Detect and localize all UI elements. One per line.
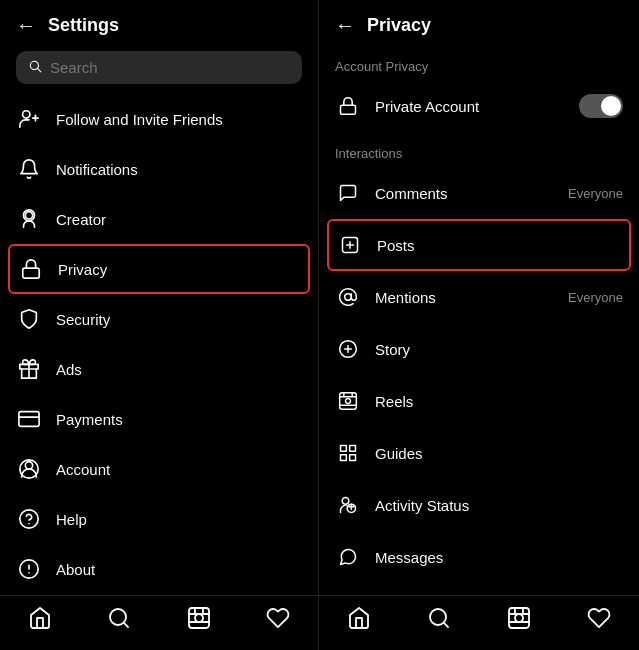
svg-point-36 (346, 399, 351, 404)
privacy-item-guides[interactable]: Guides (319, 427, 639, 479)
posts-icon (337, 232, 363, 258)
info-icon (16, 556, 42, 582)
private-account-label: Private Account (375, 98, 565, 115)
reels-nav-icon-left[interactable] (187, 606, 211, 636)
sidebar-item-creator[interactable]: Creator (0, 194, 318, 244)
lock-icon-privacy (18, 256, 44, 282)
toggle-knob (601, 96, 621, 116)
sidebar-item-follow[interactable]: Follow and Invite Friends (0, 94, 318, 144)
svg-rect-41 (341, 446, 347, 452)
help-icon (16, 506, 42, 532)
privacy-item-reels[interactable]: Reels (319, 375, 639, 427)
search-bar[interactable] (16, 51, 302, 84)
sidebar-item-account[interactable]: Account (0, 444, 318, 494)
search-nav-icon-right[interactable] (427, 606, 451, 636)
sidebar-item-theme[interactable]: Theme (0, 594, 318, 595)
right-header: ← Privacy (319, 0, 639, 45)
sidebar-item-label-creator: Creator (56, 211, 106, 228)
sidebar-item-payments[interactable]: Payments (0, 394, 318, 444)
comments-label: Comments (375, 185, 554, 202)
svg-rect-35 (340, 393, 357, 410)
svg-point-14 (20, 510, 38, 528)
reels-label: Reels (375, 393, 623, 410)
privacy-item-story[interactable]: Story (319, 323, 639, 375)
reels-icon (335, 388, 361, 414)
activity-status-icon (335, 492, 361, 518)
right-panel-title: Privacy (367, 15, 431, 36)
svg-point-55 (515, 614, 523, 622)
privacy-item-comments[interactable]: Comments Everyone (319, 167, 639, 219)
activity-status-label: Activity Status (375, 497, 623, 514)
svg-rect-10 (19, 412, 39, 427)
privacy-list: Account Privacy Private Account Interact… (319, 45, 639, 595)
reels-nav-icon-right[interactable] (507, 606, 531, 636)
guides-icon (335, 440, 361, 466)
back-button-right[interactable]: ← (335, 14, 355, 37)
svg-line-20 (124, 623, 128, 627)
right-bottom-nav (319, 595, 639, 650)
person-plus-icon (16, 106, 42, 132)
left-bottom-nav (0, 595, 318, 650)
sidebar-item-help[interactable]: Help (0, 494, 318, 544)
mentions-icon (335, 284, 361, 310)
sidebar-item-label-about: About (56, 561, 95, 578)
guides-label: Guides (375, 445, 623, 462)
search-icon (28, 59, 42, 76)
heart-nav-icon-right[interactable] (587, 606, 611, 636)
bell-icon (16, 156, 42, 182)
section-connections: Connections (319, 583, 639, 595)
creator-icon (16, 206, 42, 232)
left-header: ← Settings (0, 0, 318, 45)
section-interactions: Interactions (319, 132, 639, 167)
sidebar-item-label-notifications: Notifications (56, 161, 138, 178)
private-account-toggle[interactable] (579, 94, 623, 118)
sidebar-item-ads[interactable]: Ads (0, 344, 318, 394)
sidebar-item-notifications[interactable]: Notifications (0, 144, 318, 194)
svg-point-22 (195, 614, 203, 622)
ads-icon (16, 356, 42, 382)
svg-rect-44 (350, 455, 356, 461)
story-label: Story (375, 341, 623, 358)
sidebar-item-label-privacy: Privacy (58, 261, 107, 278)
search-input[interactable] (50, 59, 290, 76)
posts-label: Posts (377, 237, 621, 254)
comments-value: Everyone (568, 186, 623, 201)
svg-point-2 (23, 111, 30, 118)
search-nav-icon-left[interactable] (107, 606, 131, 636)
back-button-left[interactable]: ← (16, 14, 36, 37)
shield-icon (16, 306, 42, 332)
svg-rect-21 (189, 608, 209, 628)
story-icon (335, 336, 361, 362)
sidebar-item-label-account: Account (56, 461, 110, 478)
svg-point-31 (345, 294, 352, 301)
svg-rect-42 (350, 446, 356, 452)
privacy-item-mentions[interactable]: Mentions Everyone (319, 271, 639, 323)
home-nav-icon-right[interactable] (347, 606, 371, 636)
svg-line-1 (38, 69, 41, 72)
svg-rect-27 (341, 105, 356, 114)
privacy-item-private-account[interactable]: Private Account (319, 80, 639, 132)
svg-rect-7 (23, 268, 40, 278)
sidebar-item-label-help: Help (56, 511, 87, 528)
privacy-item-posts[interactable]: Posts (327, 219, 631, 271)
svg-point-5 (25, 212, 32, 219)
comments-icon (335, 180, 361, 206)
svg-rect-43 (341, 455, 347, 461)
privacy-item-activity-status[interactable]: Activity Status (319, 479, 639, 531)
sidebar-item-privacy[interactable]: Privacy (8, 244, 310, 294)
home-nav-icon-left[interactable] (28, 606, 52, 636)
privacy-item-messages[interactable]: Messages (319, 531, 639, 583)
sidebar-item-label-security: Security (56, 311, 110, 328)
svg-point-45 (342, 498, 349, 505)
messages-icon (335, 544, 361, 570)
svg-point-12 (25, 462, 32, 469)
sidebar-item-about[interactable]: About (0, 544, 318, 594)
sidebar-item-label-payments: Payments (56, 411, 123, 428)
messages-label: Messages (375, 549, 623, 566)
sidebar-item-label-ads: Ads (56, 361, 82, 378)
lock-icon-small (335, 93, 361, 119)
heart-nav-icon-left[interactable] (266, 606, 290, 636)
card-icon (16, 406, 42, 432)
section-account-privacy: Account Privacy (319, 45, 639, 80)
sidebar-item-security[interactable]: Security (0, 294, 318, 344)
